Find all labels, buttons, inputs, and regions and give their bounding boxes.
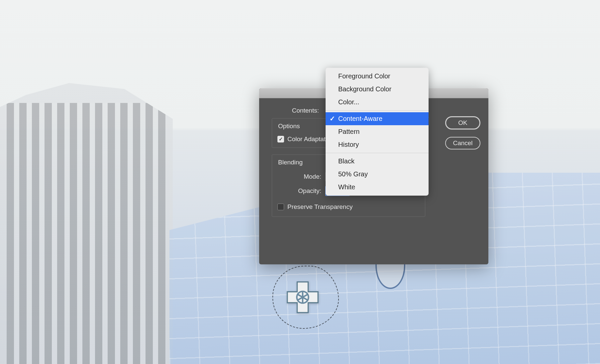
cancel-button[interactable]: Cancel [445, 137, 480, 149]
contents-dropdown[interactable]: Foreground Color Background Color Color.… [326, 68, 429, 196]
building-left [0, 83, 173, 364]
dropdown-item-pattern[interactable]: Pattern [326, 125, 429, 138]
dropdown-item-color[interactable]: Color... [326, 96, 429, 109]
checkbox-icon [277, 204, 284, 210]
ok-button[interactable]: OK [445, 116, 480, 130]
dropdown-separator [326, 153, 429, 153]
dropdown-item-history[interactable]: History [326, 138, 429, 151]
opacity-label: Opacity: [276, 187, 325, 195]
dropdown-item-black[interactable]: Black [326, 155, 429, 168]
checkbox-icon [277, 136, 284, 142]
dropdown-separator [326, 110, 429, 111]
preserve-transparency-checkbox[interactable]: Preserve Transparency [277, 203, 352, 211]
preserve-transparency-label: Preserve Transparency [287, 203, 352, 211]
dropdown-item-50-gray[interactable]: 50% Gray [326, 168, 429, 181]
contents-label: Contents: [266, 107, 323, 114]
dropdown-item-white[interactable]: White [326, 181, 429, 194]
dropdown-item-foreground-color[interactable]: Foreground Color [326, 70, 429, 83]
cross-logo [284, 279, 321, 316]
mode-label: Mode: [276, 173, 325, 180]
dropdown-item-content-aware[interactable]: Content-Aware [326, 112, 429, 125]
dropdown-item-background-color[interactable]: Background Color [326, 83, 429, 96]
